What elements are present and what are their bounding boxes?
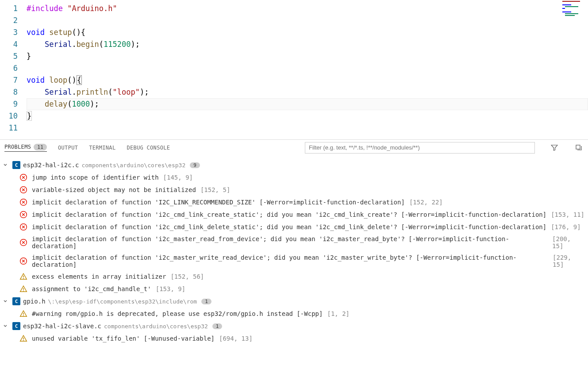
svg-point-9: [23, 278, 24, 279]
problem-row[interactable]: assignment to 'i2c_cmd_handle_t' [153, 9…: [0, 283, 588, 295]
c-file-icon: C: [12, 322, 20, 330]
svg-point-13: [23, 315, 24, 316]
tab-label: PROBLEMS: [4, 144, 31, 150]
file-problem-count: 1: [212, 323, 223, 329]
problem-location: [176, 9]: [551, 223, 580, 231]
problem-location: [153, 9]: [156, 285, 185, 292]
tab-debug-console[interactable]: DEBUG CONSOLE: [127, 145, 170, 151]
warning-icon: [19, 334, 27, 342]
problem-row[interactable]: excess elements in array initializer [15…: [0, 270, 588, 283]
c-file-icon: C: [12, 297, 20, 305]
file-problem-count: 9: [190, 162, 200, 168]
code-editor[interactable]: 1234567891011 #include "Arduino.h"void s…: [0, 0, 588, 139]
svg-point-11: [23, 291, 24, 292]
file-name: esp32-hal-i2c-slave.c: [23, 323, 101, 330]
problem-row[interactable]: implicit declaration of function 'i2c_ma…: [0, 233, 588, 252]
warning-icon: [19, 310, 27, 318]
problem-location: [229, 15]: [553, 254, 585, 268]
problem-row[interactable]: implicit declaration of function 'i2c_cm…: [0, 208, 588, 221]
problem-row[interactable]: implicit declaration of function 'i2c_ma…: [0, 252, 588, 270]
problem-location: [152, 56]: [170, 273, 204, 280]
file-name: esp32-hal-i2c.c: [23, 161, 79, 169]
error-icon: [19, 238, 27, 246]
problem-location: [200, 15]: [552, 235, 585, 250]
error-icon: [19, 198, 27, 206]
collapse-all-icon[interactable]: [574, 143, 584, 153]
problem-location: [694, 13]: [219, 335, 253, 342]
error-icon: [19, 223, 27, 231]
chevron-down-icon: [3, 299, 10, 304]
problem-location: [1, 2]: [327, 310, 350, 317]
problems-count-badge: 11: [34, 144, 47, 150]
svg-point-15: [23, 340, 24, 341]
file-problem-count: 1: [201, 299, 211, 304]
problem-message: implicit declaration of function 'i2c_cm…: [32, 223, 546, 231]
filter-input-container[interactable]: [305, 142, 535, 154]
problem-location: [152, 5]: [200, 186, 230, 193]
problem-row[interactable]: jump into scope of identifier with [145,…: [0, 171, 588, 184]
file-path: components\arduino\cores\esp32: [104, 323, 208, 330]
problem-file-row[interactable]: C esp32-hal-i2c.c components\arduino\cor…: [0, 159, 588, 171]
problem-message: implicit declaration of function 'i2c_ma…: [32, 254, 548, 268]
problem-message: implicit declaration of function 'i2c_ma…: [32, 235, 548, 250]
code-content[interactable]: #include "Arduino.h"void setup(){ Serial…: [27, 0, 588, 139]
chevron-down-icon: [3, 323, 10, 329]
problem-location: [153, 11]: [551, 211, 584, 218]
panel-tabs: PROBLEMS 11 OUTPUT TERMINAL DEBUG CONSOL…: [0, 140, 588, 155]
problem-message: unused variable 'tx_fifo_len' [-Wunused-…: [32, 335, 215, 342]
problem-message: jump into scope of identifier with: [32, 174, 159, 181]
problem-row[interactable]: variable-sized object may not be initial…: [0, 184, 588, 196]
error-icon: [19, 257, 27, 265]
problem-location: [152, 22]: [409, 199, 443, 206]
problem-file-row[interactable]: C esp32-hal-i2c-slave.c components\ardui…: [0, 320, 588, 332]
filter-input[interactable]: [309, 144, 531, 151]
filter-icon[interactable]: [550, 143, 559, 153]
problem-message: #warning rom/gpio.h is deprecated, pleas…: [32, 310, 323, 317]
problems-list[interactable]: C esp32-hal-i2c.c components\arduino\cor…: [0, 155, 588, 365]
problem-row[interactable]: implicit declaration of function 'i2c_cm…: [0, 221, 588, 233]
error-icon: [19, 211, 27, 219]
problem-row[interactable]: unused variable 'tx_fifo_len' [-Wunused-…: [0, 332, 588, 345]
svg-rect-0: [576, 145, 580, 149]
tab-problems[interactable]: PROBLEMS 11: [4, 144, 47, 152]
problem-message: implicit declaration of function 'i2c_cm…: [32, 211, 546, 218]
error-icon: [19, 186, 27, 194]
file-path: components\arduino\cores\esp32: [81, 162, 185, 169]
problem-message: variable-sized object may not be initial…: [32, 186, 196, 193]
file-path: \:\esp\esp-idf\components\esp32\include\…: [48, 298, 197, 305]
warning-icon: [19, 285, 27, 293]
problem-row[interactable]: #warning rom/gpio.h is deprecated, pleas…: [0, 307, 588, 320]
problem-message: implicit declaration of function 'I2C_LI…: [32, 199, 405, 206]
minimap[interactable]: [561, 1, 586, 14]
problem-message: assignment to 'i2c_cmd_handle_t': [32, 285, 151, 292]
error-icon: [19, 173, 27, 181]
tab-output[interactable]: OUTPUT: [58, 145, 78, 151]
line-number-gutter: 1234567891011: [0, 0, 27, 139]
warning-icon: [19, 273, 27, 280]
file-name: gpio.h: [23, 298, 46, 305]
problem-location: [145, 9]: [163, 174, 193, 181]
problem-message: excess elements in array initializer: [32, 273, 166, 280]
chevron-down-icon: [3, 162, 10, 168]
tab-terminal[interactable]: TERMINAL: [89, 145, 115, 151]
c-file-icon: C: [12, 161, 20, 169]
problem-row[interactable]: implicit declaration of function 'I2C_LI…: [0, 196, 588, 208]
problem-file-row[interactable]: C gpio.h \:\esp\esp-idf\components\esp32…: [0, 295, 588, 307]
